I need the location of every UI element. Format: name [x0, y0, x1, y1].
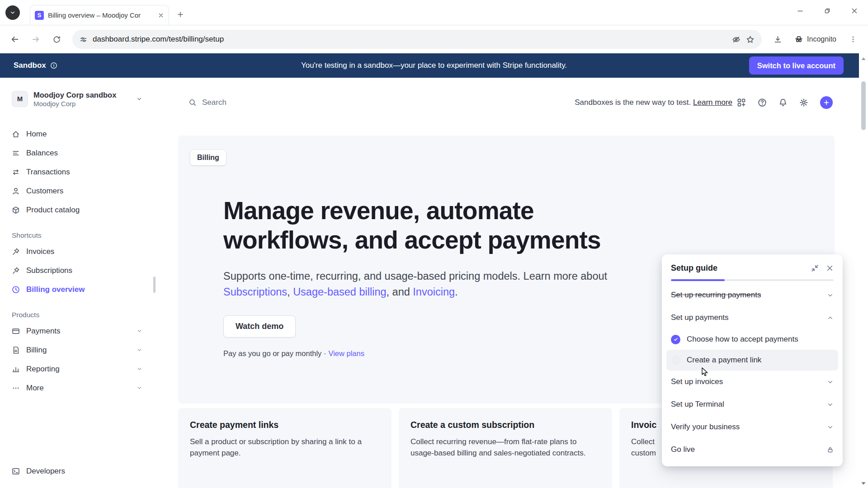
invoicing-link[interactable]: Invoicing	[413, 286, 455, 298]
clock-icon	[12, 286, 20, 294]
hero-desc-text: .	[455, 286, 458, 298]
tab-close-icon[interactable]	[158, 12, 164, 19]
setup-section-go-live[interactable]: Go live	[671, 438, 834, 461]
sidebar-item-balances[interactable]: Balances	[9, 144, 145, 163]
sidebar-item-label: Subscriptions	[26, 266, 72, 275]
sidebar-item-label: Payments	[26, 327, 61, 336]
card-description: Collect recurring revenue—from flat-rate…	[410, 436, 600, 459]
ellipsis-icon	[12, 384, 20, 392]
chevron-down-icon	[827, 292, 834, 299]
window-minimize-button[interactable]	[793, 4, 807, 18]
chevron-down-icon	[827, 401, 834, 408]
sidebar-item-label: Invoices	[26, 247, 54, 256]
scrollbar-up-arrow[interactable]	[859, 57, 868, 61]
watch-demo-button[interactable]: Watch demo	[223, 315, 296, 338]
sidebar-item-label: Balances	[26, 149, 58, 158]
new-tab-button[interactable]	[174, 8, 187, 21]
sidebar-item-invoices[interactable]: Invoices	[9, 242, 145, 261]
sidebar-item-reporting[interactable]: Reporting	[9, 360, 145, 379]
sidebar-item-payments[interactable]: Payments	[9, 322, 145, 341]
bookmark-star-icon[interactable]	[746, 35, 755, 44]
learn-more-link[interactable]: Learn more	[693, 98, 732, 107]
close-icon[interactable]	[826, 264, 834, 272]
create-plus-button[interactable]	[820, 96, 833, 109]
view-plans-link[interactable]: View plans	[328, 349, 364, 357]
window-close-button[interactable]	[847, 4, 862, 18]
chevron-down-icon	[9, 9, 16, 16]
invoice-doc-icon	[12, 346, 20, 354]
stripe-favicon-icon: S	[35, 11, 44, 20]
site-settings-icon[interactable]	[80, 36, 87, 43]
setup-section-label: Set up invoices	[671, 377, 827, 386]
setup-section-invoices[interactable]: Set up invoices	[671, 371, 834, 393]
usage-based-billing-link[interactable]: Usage-based billing	[293, 286, 386, 298]
sidebar-item-label: More	[26, 384, 44, 393]
check-circle-icon	[671, 335, 680, 344]
sidebar-item-subscriptions[interactable]: Subscriptions	[9, 261, 145, 280]
sidebar: M Moodjoy Corp sandbox Moodjoy Corp Home…	[0, 78, 152, 488]
setup-section-recurring-payments[interactable]: Set up recurring payments	[671, 284, 834, 306]
sidebar-item-billing[interactable]: Billing	[9, 341, 145, 360]
switch-to-live-button[interactable]: Switch to live account	[749, 56, 844, 75]
back-button[interactable]	[6, 31, 24, 48]
chevron-down-icon	[137, 328, 142, 334]
info-icon[interactable]	[50, 62, 57, 69]
page-scrollbar[interactable]	[859, 53, 868, 488]
chevron-down-icon	[136, 96, 142, 102]
sandbox-banner-message: You're testing in a sandbox—your place t…	[0, 61, 868, 70]
dashboard-topbar: Sandboxes is the new way to test. Learn …	[152, 78, 859, 127]
collapse-icon[interactable]	[811, 264, 819, 272]
sidebar-item-home[interactable]: Home	[9, 125, 145, 144]
browser-menu-icon[interactable]	[844, 31, 862, 48]
setup-progress-bar	[671, 279, 834, 281]
hero-desc-text: , and	[387, 286, 413, 298]
balances-icon	[12, 149, 20, 157]
hero-desc-text: ,	[287, 286, 293, 298]
scrollbar-thumb[interactable]	[861, 81, 866, 130]
card-create-custom-subscription[interactable]: Create a custom subscription Collect rec…	[399, 408, 612, 488]
setup-step-choose-how-to-accept[interactable]: Choose how to accept payments	[666, 329, 838, 350]
sidebar-item-product-catalog[interactable]: Product catalog	[9, 201, 145, 220]
card-description: Sell a product or subscription by sharin…	[190, 436, 380, 459]
tab-search-button[interactable]	[5, 5, 20, 20]
reload-button[interactable]	[48, 31, 65, 48]
download-icon[interactable]	[769, 31, 786, 48]
chevron-down-icon	[137, 385, 142, 391]
url-text[interactable]: dashboard.stripe.com/test/billing/setup	[93, 35, 726, 44]
apps-grid-icon[interactable]	[737, 98, 746, 107]
forward-button[interactable]	[27, 31, 44, 48]
browser-tab[interactable]: S Billing overview – Moodjoy Cor	[30, 5, 169, 25]
window-restore-button[interactable]	[820, 4, 835, 18]
card-create-payment-links[interactable]: Create payment links Sell a product or s…	[178, 408, 392, 488]
card-title: Create payment links	[190, 420, 380, 430]
setup-section-terminal[interactable]: Set up Terminal	[671, 393, 834, 416]
sidebar-item-customers[interactable]: Customers	[9, 182, 145, 201]
setup-section-verify-business[interactable]: Verify your business	[671, 416, 834, 438]
setup-section-payments[interactable]: Set up payments	[671, 306, 834, 329]
sidebar-item-developers[interactable]: Developers	[9, 462, 145, 481]
url-bar[interactable]: dashboard.stripe.com/test/billing/setup	[72, 30, 762, 49]
setup-section-label: Set up Terminal	[671, 400, 827, 409]
account-switcher[interactable]: M Moodjoy Corp sandbox Moodjoy Corp	[9, 90, 145, 108]
search-box[interactable]	[189, 98, 383, 107]
sidebar-item-transactions[interactable]: Transactions	[9, 163, 145, 182]
sidebar-item-more[interactable]: More	[9, 379, 145, 398]
pin-icon	[12, 267, 20, 275]
empty-circle-icon	[671, 356, 680, 365]
tracking-protection-eye-icon[interactable]	[732, 35, 741, 44]
help-icon[interactable]	[758, 98, 767, 107]
setup-section-label: Set up payments	[671, 313, 827, 322]
setup-step-create-payment-link[interactable]: Create a payment link	[666, 350, 838, 371]
sidebar-item-billing-overview[interactable]: Billing overview	[9, 280, 145, 299]
sidebar-section-shortcuts: Shortcuts	[9, 231, 145, 242]
settings-gear-icon[interactable]	[799, 98, 808, 107]
scrollbar-down-arrow[interactable]	[859, 482, 868, 485]
sandboxes-notice: Sandboxes is the new way to test.	[575, 98, 691, 107]
transactions-icon	[12, 168, 20, 176]
search-input[interactable]	[202, 98, 383, 107]
chevron-down-icon	[827, 379, 834, 385]
account-name: Moodjoy Corp sandbox	[33, 90, 116, 100]
home-icon	[12, 130, 20, 138]
subscriptions-link[interactable]: Subscriptions	[223, 286, 287, 298]
notifications-bell-icon[interactable]	[778, 98, 788, 107]
